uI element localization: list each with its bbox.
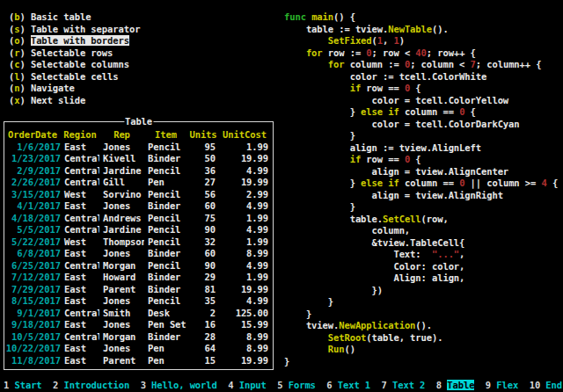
table-cell: Binder (144, 331, 187, 344)
menu-item-x[interactable]: (x) Next slide (9, 95, 140, 107)
code-line: SetFixed(1, 1) (284, 35, 558, 47)
code-line: color = tcell.ColorYellow (284, 95, 558, 107)
menu-item-s[interactable]: (s) Table with separator (9, 24, 140, 36)
code-token: main (311, 11, 333, 22)
table-title: Table (124, 116, 153, 128)
code-token: if (350, 154, 361, 164)
code-token (284, 332, 328, 343)
code-token: (row, (421, 214, 449, 224)
status-slide-4[interactable]: 4 Input (228, 380, 267, 390)
menu-item-l[interactable]: (l) Selectable cells (9, 71, 140, 83)
table-cell: Central (61, 165, 99, 178)
table-cell: Central (61, 153, 99, 165)
status-slide-3[interactable]: 3 Hello, world (141, 380, 217, 390)
code-token: , (459, 249, 464, 259)
table-cell: 81 (187, 284, 219, 296)
menu-item-c[interactable]: (c) Selectable columns (9, 59, 140, 71)
table-cell: 1/23/2017 (4, 153, 61, 165)
status-slide-label: End (545, 380, 562, 390)
code-line: } (284, 296, 558, 309)
code-token: align = tview.AlignRight (284, 190, 503, 200)
table-cell: 8.99 (219, 331, 270, 344)
code-token: if (388, 178, 398, 188)
status-slide-8[interactable]: 8 Table (436, 380, 475, 390)
code-token: } (284, 309, 311, 319)
code-line: if row == 0 { (284, 83, 558, 95)
shortcut-paren: ) (19, 47, 30, 58)
status-slide-1[interactable]: 1 Start (4, 380, 42, 390)
code-token: } (284, 356, 289, 367)
table-cell: Thompson (99, 236, 144, 249)
menu-item-b[interactable]: (b) Basic table (9, 11, 140, 24)
table-cell: Morgan (99, 260, 144, 272)
table-cell: Jardine (99, 165, 144, 178)
status-slide-6[interactable]: 6 Text 1 (326, 380, 370, 390)
code-line: } (284, 356, 558, 368)
code-line: } else if column == 0 { (284, 106, 558, 119)
status-slide-label: Table (447, 380, 474, 390)
table-panel: Table OrderDateRegionRepItemUnitsUnitCos… (4, 121, 274, 370)
table-cell: 1.99 (219, 213, 270, 225)
table-cell: Parent (99, 284, 144, 296)
shortcut-paren: ) (19, 71, 30, 82)
table-cell: Binder (144, 248, 187, 260)
table-row: 1/23/2017CentralKivellBinder5019.99 (4, 153, 273, 165)
table-cell: Pen Set (144, 319, 187, 331)
code-line: Run() (284, 344, 558, 356)
table-row: 9/1/2017CentralSmithDesk2125.00 (4, 308, 273, 320)
table-row: 7/29/2017EastParentBinder8119.99 (4, 284, 273, 296)
table-cell: 2/26/2017 (4, 177, 61, 189)
table-header-cell: UnitCost (219, 129, 270, 142)
code-line: } (284, 201, 558, 214)
table-cell: 19.99 (219, 355, 270, 367)
table-cell: 90 (187, 260, 219, 272)
code-token: row == (361, 154, 405, 164)
table-row: 4/1/2017EastJonesBinder604.99 (4, 200, 273, 213)
table-cell: Andrews (99, 213, 144, 225)
menu-item-label: Selectable columns (31, 59, 129, 69)
table-cell: 60 (187, 200, 219, 213)
table-row: 10/5/2017CentralMorganBinder288.99 (4, 331, 273, 344)
code-token: (). (415, 320, 432, 330)
code-line: Align: align, (284, 272, 558, 285)
status-slide-9[interactable]: 9 Flex (486, 380, 518, 390)
table-cell: Pencil (144, 165, 187, 178)
table-cell: East (61, 142, 99, 154)
menu-item-label: Basic table (31, 11, 91, 22)
status-slide-label: Text 1 (338, 380, 370, 390)
menu-item-r[interactable]: (r) Selectable rows (9, 47, 140, 60)
status-slide-label: Start (14, 380, 41, 390)
code-token: () { (333, 11, 355, 22)
code-line: color := tcell.ColorWhite (284, 71, 558, 83)
table-header-cell: Rep (99, 129, 144, 142)
shortcut-paren: ) (19, 95, 30, 105)
shortcut-paren: ) (19, 83, 30, 93)
table-cell: Howard (99, 272, 144, 284)
table-cell: 11/8/2017 (4, 355, 61, 367)
code-token: func (284, 11, 306, 22)
status-slide-10[interactable]: 10 End (530, 380, 562, 390)
table-cell: 5/5/2017 (4, 224, 61, 236)
code-token: color = tcell.ColorDarkCyan (284, 119, 520, 129)
status-slide-2[interactable]: 2 Introduction (53, 380, 129, 390)
status-slide-7[interactable]: 7 Text 2 (382, 380, 426, 390)
table-cell: Pencil (144, 224, 187, 236)
code-line: func main() { (284, 11, 558, 24)
status-slide-label: Flex (496, 380, 518, 390)
code-line: &tview.TableCell{ (284, 237, 558, 250)
table-row: 2/26/2017CentralGillPen2719.99 (4, 177, 273, 189)
menu-item-n[interactable]: (n) Navigate (9, 83, 140, 95)
menu-item-o[interactable]: (o) Table with borders (9, 35, 140, 47)
code-token: if (350, 83, 361, 93)
table-cell: Binder (144, 200, 187, 213)
table-cell: Central (61, 224, 99, 236)
menu-item-label: Navigate (31, 83, 75, 93)
table-cell: West (61, 189, 99, 201)
code-token (284, 83, 350, 93)
status-slide-5[interactable]: 5 Forms (277, 380, 316, 390)
table-cell: 4.99 (219, 295, 270, 308)
code-line: for row := 0; row < 40; row++ { (284, 47, 558, 60)
code-line: Color: color, (284, 261, 558, 273)
code-token: if (388, 106, 398, 117)
table-cell: 56 (187, 189, 219, 201)
